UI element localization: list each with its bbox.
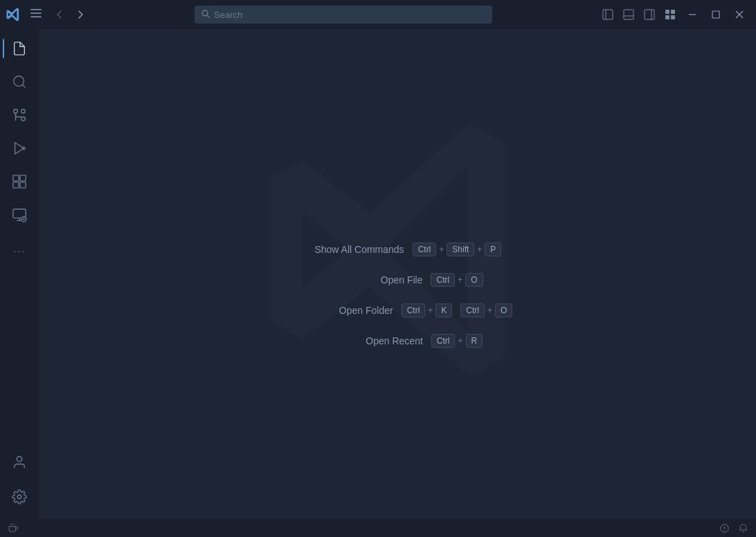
command-label-open-file: Open File xyxy=(312,274,422,285)
statusbar-right xyxy=(717,519,750,537)
command-label-open-folder: Open Folder xyxy=(282,305,393,316)
kbd-k: K xyxy=(435,303,452,317)
sidebar-item-extensions[interactable] xyxy=(3,165,36,198)
sidebar-item-more[interactable]: ··· xyxy=(3,234,36,267)
titlebar-right xyxy=(598,3,750,26)
search-bar-icon xyxy=(201,10,210,20)
kbd-ctrl-4: Ctrl xyxy=(460,303,485,317)
command-label-show-all-commands: Show All Commands xyxy=(294,244,404,255)
activity-bar-top: ··· xyxy=(3,32,36,446)
more-dots-icon: ··· xyxy=(13,245,26,256)
search-bar[interactable]: Search xyxy=(195,6,492,24)
kbd-group-open-recent: Ctrl + R xyxy=(431,334,483,348)
svg-point-19 xyxy=(14,76,24,87)
kbd-o-2: O xyxy=(495,303,512,317)
vscode-logo-icon xyxy=(6,7,21,22)
statusbar xyxy=(0,519,756,537)
svg-point-22 xyxy=(21,117,26,121)
svg-rect-5 xyxy=(603,10,613,19)
command-row-open-recent: Open Recent Ctrl + R xyxy=(312,334,483,348)
status-errors[interactable] xyxy=(717,519,732,537)
svg-rect-30 xyxy=(20,182,26,188)
hamburger-menu-icon[interactable] xyxy=(28,5,44,25)
svg-point-23 xyxy=(21,109,26,114)
svg-rect-27 xyxy=(13,175,19,181)
titlebar: Search xyxy=(0,0,756,29)
svg-point-21 xyxy=(14,109,18,114)
svg-line-4 xyxy=(207,15,209,17)
kbd-o: O xyxy=(465,273,483,287)
maximize-button[interactable] xyxy=(705,3,727,26)
close-button[interactable] xyxy=(728,3,750,26)
svg-rect-29 xyxy=(13,182,19,188)
kbd-group-open-folder: Ctrl + K Ctrl + O xyxy=(402,303,513,317)
statusbar-left xyxy=(6,519,21,537)
kbd-ctrl-2: Ctrl xyxy=(431,273,455,287)
kbd-plus-4: + xyxy=(428,306,433,315)
command-row-open-file: Open File Ctrl + O xyxy=(312,273,483,287)
kbd-group-show-all-commands: Ctrl + Shift + P xyxy=(413,243,502,256)
sidebar-item-explorer[interactable] xyxy=(3,32,36,65)
svg-point-44 xyxy=(724,529,725,530)
layout-options-icon[interactable] xyxy=(660,5,680,24)
secondary-sidebar-toggle[interactable] xyxy=(640,5,659,24)
nav-forward-button[interactable] xyxy=(72,6,89,23)
svg-rect-12 xyxy=(671,10,675,14)
kbd-plus-6: + xyxy=(458,336,462,346)
sidebar-item-remote-explorer[interactable] xyxy=(3,198,36,231)
kbd-plus-3: + xyxy=(458,275,462,285)
welcome-content: Show All Commands Ctrl + Shift + P Open … xyxy=(282,243,513,348)
activity-bar: ··· xyxy=(0,29,39,519)
kbd-plus-1: + xyxy=(439,245,444,254)
svg-point-38 xyxy=(17,495,21,499)
kbd-plus-5: + xyxy=(487,306,492,315)
status-remote[interactable] xyxy=(6,519,21,537)
svg-rect-7 xyxy=(624,10,633,19)
svg-rect-0 xyxy=(30,9,42,10)
command-label-open-recent: Open Recent xyxy=(312,335,423,346)
svg-rect-28 xyxy=(20,175,26,181)
svg-rect-13 xyxy=(665,15,669,19)
command-row-open-folder: Open Folder Ctrl + K Ctrl + O xyxy=(282,303,513,317)
search-bar-text: Search xyxy=(214,10,485,20)
command-row-show-all-commands: Show All Commands Ctrl + Shift + P xyxy=(294,243,502,256)
kbd-p: P xyxy=(485,243,501,256)
main-body: ··· xyxy=(0,29,756,519)
sidebar-item-account[interactable] xyxy=(3,446,36,479)
svg-point-26 xyxy=(22,146,26,150)
nav-back-button[interactable] xyxy=(51,6,68,23)
kbd-group-open-file: Ctrl + O xyxy=(431,273,483,287)
kbd-ctrl-3: Ctrl xyxy=(402,303,426,317)
sidebar-item-search[interactable] xyxy=(3,65,36,98)
panel-toggle[interactable] xyxy=(619,5,638,24)
titlebar-left xyxy=(6,5,89,25)
svg-rect-1 xyxy=(30,12,42,14)
svg-rect-9 xyxy=(645,10,654,19)
svg-rect-14 xyxy=(671,15,675,19)
activity-bar-bottom xyxy=(3,446,36,519)
kbd-ctrl: Ctrl xyxy=(413,243,437,256)
content-area: Show All Commands Ctrl + Shift + P Open … xyxy=(39,29,756,519)
primary-sidebar-toggle[interactable] xyxy=(598,5,618,24)
svg-point-37 xyxy=(17,457,21,461)
kbd-r: R xyxy=(466,334,483,348)
status-notifications[interactable] xyxy=(736,519,750,537)
svg-rect-2 xyxy=(30,16,42,17)
titlebar-nav xyxy=(51,6,89,23)
svg-line-20 xyxy=(22,85,25,87)
minimize-button[interactable] xyxy=(681,3,703,26)
kbd-ctrl-5: Ctrl xyxy=(431,334,456,348)
svg-rect-11 xyxy=(665,10,669,14)
sidebar-item-settings[interactable] xyxy=(3,480,36,513)
kbd-plus-2: + xyxy=(477,245,482,254)
kbd-shift: Shift xyxy=(447,243,474,256)
svg-rect-16 xyxy=(712,11,719,18)
sidebar-item-source-control[interactable] xyxy=(3,98,36,132)
sidebar-item-run[interactable] xyxy=(3,132,36,165)
